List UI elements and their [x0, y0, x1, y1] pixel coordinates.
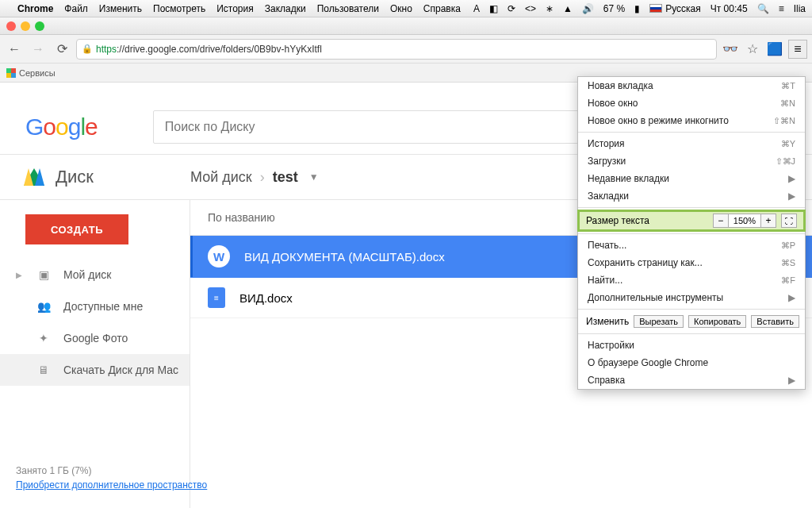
copy-button[interactable]: Копировать [688, 315, 746, 328]
menu-settings[interactable]: Настройки [578, 337, 805, 354]
crumb-root[interactable]: Мой диск [190, 169, 252, 186]
photos-icon: ✦ [35, 330, 52, 346]
breadcrumb: Мой диск › test ▼ [190, 169, 319, 186]
zoom-out-button[interactable]: − [713, 214, 729, 228]
clock[interactable]: Чт 00:45 [710, 3, 748, 14]
incognito-icon[interactable]: 👓 [722, 40, 739, 58]
menu-help[interactable]: Справка [423, 3, 461, 14]
notifications-icon[interactable]: ≡ [779, 3, 784, 14]
monitor-icon: 🖥 [35, 362, 52, 378]
bluetooth-icon[interactable]: ∗ [546, 3, 553, 14]
sidebar-item-label: Доступные мне [63, 300, 143, 313]
browser-toolbar: ← → ⟳ 🔒 https://drive.google.com/drive/f… [0, 35, 812, 64]
url-rest: ://drive.google.com/drive/folders/0B9bv-… [117, 44, 322, 55]
paste-button[interactable]: Вставить [751, 315, 799, 328]
input-lang[interactable]: Русская [649, 3, 701, 14]
sidebar-item-label: Google Фото [63, 332, 128, 344]
menu-users[interactable]: Пользователи [317, 3, 379, 14]
bookmarks-label[interactable]: Сервисы [19, 68, 56, 78]
sidebar-item-download[interactable]: 🖥 Скачать Диск для Mac [0, 354, 190, 386]
sidebar-item-label: Мой диск [63, 268, 111, 281]
expand-icon[interactable]: ▶ [16, 271, 24, 279]
battery-icon[interactable]: ▮ [634, 3, 640, 14]
menu-more-tools[interactable]: Дополнительные инструменты▶ [578, 289, 805, 306]
window-titlebar [0, 17, 812, 35]
create-button[interactable]: СОЗДАТЬ [25, 214, 128, 244]
sidebar: СОЗДАТЬ ▶ ▣ Мой диск 👥 Доступные мне ✦ G… [0, 200, 190, 508]
storage-upgrade-link[interactable]: Приобрести дополнительное пространство [16, 479, 207, 491]
chevron-right-icon: › [260, 169, 265, 186]
menu-new-window[interactable]: Новое окно⌘N [578, 94, 805, 112]
chrome-menu-button[interactable]: ≡ [788, 40, 807, 59]
url-bar[interactable]: 🔒 https://drive.google.com/drive/folders… [76, 39, 717, 60]
file-name: ВИД.docx [239, 291, 293, 305]
gdoc-icon: ≡ [208, 287, 225, 308]
sidebar-item-label: Скачать Диск для Mac [63, 364, 178, 376]
adobe-icon[interactable]: A [473, 3, 480, 14]
menu-save-as[interactable]: Сохранить страницу как...⌘S [578, 254, 805, 271]
storage-info: Занято 1 ГБ (7%) Приобрести дополнительн… [16, 464, 207, 492]
storage-used: Занято 1 ГБ (7%) [16, 464, 207, 478]
display-icon[interactable]: ◧ [489, 3, 498, 14]
zoom-label: Размер текста [586, 215, 649, 226]
sidebar-item-shared[interactable]: 👥 Доступные мне [0, 291, 190, 322]
window-zoom-icon[interactable] [35, 21, 44, 31]
menu-about[interactable]: О браузере Google Chrome [578, 354, 805, 371]
menu-print[interactable]: Печать...⌘P [578, 237, 805, 254]
drive-logo-icon[interactable] [24, 168, 44, 186]
menu-find[interactable]: Найти...⌘F [578, 271, 805, 289]
zoom-value: 150% [729, 214, 760, 228]
zoom-in-button[interactable]: + [760, 214, 776, 228]
lock-icon: 🔒 [82, 44, 93, 54]
app-name[interactable]: Chrome [17, 3, 53, 14]
folder-icon: ▣ [35, 267, 52, 283]
battery-text[interactable]: 67 % [603, 3, 625, 14]
spotlight-icon[interactable]: 🔍 [757, 3, 769, 14]
sidebar-item-photos[interactable]: ✦ Google Фото [0, 322, 190, 354]
edit-label: Изменить [586, 316, 629, 327]
menu-new-tab[interactable]: Новая вкладка⌘T [578, 77, 805, 94]
back-button[interactable]: ← [5, 40, 24, 59]
menu-bookmarks[interactable]: Закладки [265, 3, 306, 14]
chrome-menu: Новая вкладка⌘T Новое окно⌘N Новое окно … [577, 76, 806, 390]
menu-downloads[interactable]: Загрузки⇧⌘J [578, 152, 805, 170]
window-close-icon[interactable] [6, 21, 16, 31]
user-name[interactable]: Ilia [794, 3, 806, 14]
window-minimize-icon[interactable] [21, 21, 30, 31]
sidebar-item-mydrive[interactable]: ▶ ▣ Мой диск [0, 259, 190, 291]
apps-icon[interactable] [6, 68, 16, 78]
menu-recent-tabs[interactable]: Недавние вкладки▶ [578, 170, 805, 187]
sync-icon[interactable]: ⟳ [508, 3, 515, 14]
star-icon[interactable]: ☆ [744, 40, 761, 58]
forward-button[interactable]: → [29, 40, 48, 59]
menu-bookmarks[interactable]: Закладки▶ [578, 187, 805, 205]
menu-zoom-row: Размер текста − 150% + ⛶ [578, 210, 805, 231]
menu-history[interactable]: История⌘Y [578, 135, 805, 152]
people-icon: 👥 [35, 298, 52, 314]
caret-down-icon[interactable]: ▼ [309, 171, 319, 183]
menu-history[interactable]: История [216, 3, 254, 14]
menu-window[interactable]: Окно [390, 3, 412, 14]
menu-file[interactable]: Файл [64, 3, 88, 14]
reload-button[interactable]: ⟳ [52, 40, 71, 59]
file-name: ВИД ДОКУМЕНТА (МАСШТАБ).docx [244, 250, 445, 264]
menu-edit[interactable]: Изменить [99, 3, 142, 14]
wifi-icon[interactable]: ▲ [563, 3, 573, 14]
word-doc-icon: W [208, 245, 230, 267]
extension-icon[interactable]: 🟦 [766, 40, 783, 58]
crumb-current[interactable]: test [273, 169, 298, 186]
volume-icon[interactable]: 🔊 [582, 3, 594, 14]
cut-button[interactable]: Вырезать [634, 315, 684, 328]
code-icon[interactable]: <> [525, 3, 536, 14]
google-logo[interactable]: Google [25, 114, 98, 140]
mac-menubar: Chrome Файл Изменить Посмотреть История … [0, 0, 812, 17]
menu-edit-row: Изменить Вырезать Копировать Вставить [578, 312, 805, 331]
search-input[interactable] [153, 110, 581, 144]
chrome-window: ← → ⟳ 🔒 https://drive.google.com/drive/f… [0, 17, 812, 508]
drive-brand-label[interactable]: Диск [56, 167, 94, 187]
url-scheme: https [96, 44, 117, 55]
menu-view[interactable]: Посмотреть [153, 3, 205, 14]
menu-incognito[interactable]: Новое окно в режиме инкогнито⇧⌘N [578, 112, 805, 129]
fullscreen-button[interactable]: ⛶ [781, 214, 797, 228]
menu-help[interactable]: Справка▶ [578, 371, 805, 389]
